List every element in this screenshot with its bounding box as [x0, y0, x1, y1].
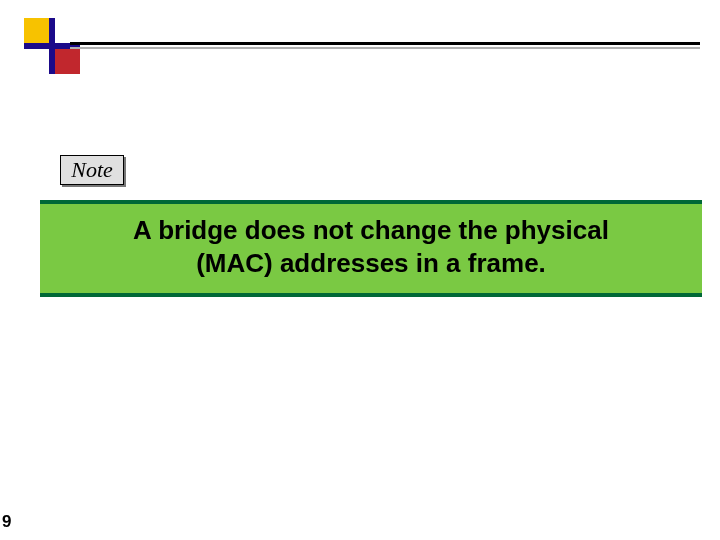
- note-label-box: Note: [60, 155, 124, 185]
- banner-text: A bridge does not change the physical (M…: [48, 214, 694, 281]
- slide-logo: [24, 18, 80, 74]
- banner-line-1: A bridge does not change the physical: [133, 215, 609, 245]
- header-rule: [70, 42, 700, 45]
- note-banner: A bridge does not change the physical (M…: [40, 200, 702, 297]
- note-label-text: Note: [71, 157, 113, 182]
- page-number: 9: [2, 512, 11, 532]
- logo-blue-vertical: [49, 18, 55, 74]
- header-rule-shadow: [70, 47, 700, 49]
- banner-line-2: (MAC) addresses in a frame.: [196, 248, 546, 278]
- logo-red-square: [51, 45, 80, 74]
